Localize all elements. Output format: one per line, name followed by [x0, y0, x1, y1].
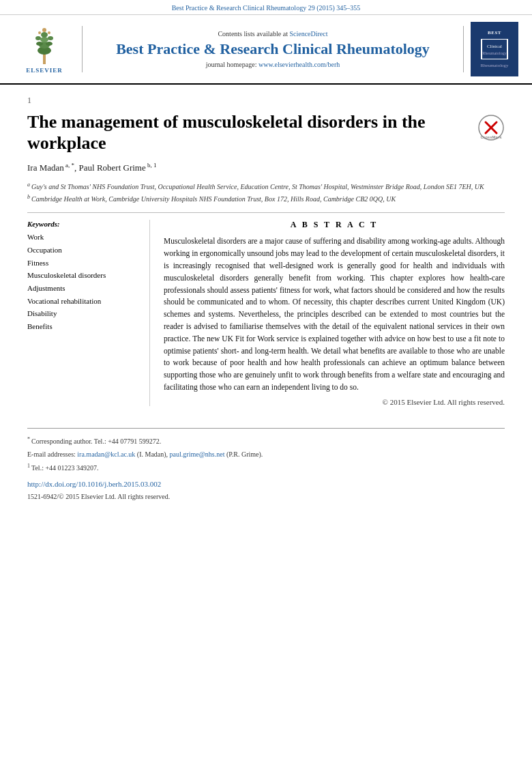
- journal-title-main: Best Practice & Research Clinical Rheuma…: [93, 40, 452, 58]
- keywords-list: Work Occupation Fitness Musculoskeletal …: [27, 231, 140, 333]
- keyword-vocational: Vocational rehabilitation: [27, 295, 140, 308]
- journal-homepage: journal homepage: www.elsevierhealth.com…: [93, 61, 452, 68]
- paper-title-text: The management of musculoskeletal disord…: [27, 111, 471, 154]
- email-2-link[interactable]: paul.grime@nhs.net: [170, 450, 225, 458]
- keywords-column: Keywords: Work Occupation Fitness Muscul…: [27, 220, 150, 406]
- affil-a-text: Guy's and St Thomas' NHS Foundation Trus…: [31, 183, 484, 190]
- svg-point-10: [38, 31, 41, 34]
- elsevier-wordmark: ELSEVIER: [26, 67, 63, 74]
- svg-point-8: [48, 36, 53, 40]
- doi-link[interactable]: http://dx.doi.org/10.1016/j.berh.2015.03…: [27, 478, 505, 491]
- affil-b-text: Cambridge Health at Work, Cambridge Univ…: [31, 195, 396, 203]
- journal-reference-bar: Best Practice & Research Clinical Rheuma…: [0, 0, 532, 15]
- authors-line: Ira Madan a, *, Paul Robert Grime b, 1: [27, 162, 505, 173]
- keywords-title: Keywords:: [27, 220, 140, 228]
- sciencedirect-link[interactable]: ScienceDirect: [289, 30, 327, 38]
- keyword-occupation: Occupation: [27, 244, 140, 257]
- footnotes-section: * Corresponding author. Tel.: +44 07791 …: [27, 428, 505, 502]
- svg-point-7: [35, 36, 41, 40]
- affiliation-a: a Guy's and St Thomas' NHS Foundation Tr…: [27, 181, 505, 192]
- svg-point-3: [40, 37, 48, 42]
- svg-text:CrossMark: CrossMark: [480, 135, 502, 139]
- affiliation-b: b Cambridge Health at Work, Cambridge Un…: [27, 193, 505, 204]
- crossmark-logo[interactable]: CrossMark: [477, 114, 505, 141]
- author-a-name: Ira Madan: [27, 163, 64, 173]
- footnote-corresponding: * Corresponding author. Tel.: +44 07791 …: [27, 435, 505, 447]
- svg-point-6: [46, 42, 53, 46]
- email-1-name: (I. Madan),: [137, 450, 170, 458]
- contents-prefix: Contents lists available at: [218, 30, 289, 38]
- footnote-1-text: Tel.: +44 01223 349207.: [31, 465, 99, 472]
- keyword-disability: Disability: [27, 307, 140, 320]
- journal-badge: BEST Clinical Rheumatology Rheumatology: [471, 22, 518, 76]
- page-number: 1: [27, 96, 505, 106]
- abstract-column: A B S T R A C T Musculoskeletal disorder…: [164, 220, 505, 406]
- svg-rect-12: [482, 40, 507, 59]
- badge-subtitle: Rheumatology: [480, 63, 508, 68]
- svg-text:Clinical: Clinical: [487, 44, 502, 49]
- author-a-sup: a, *: [64, 162, 74, 169]
- homepage-url[interactable]: www.elsevierhealth.com/berh: [258, 61, 340, 68]
- elsevier-tree-icon: [20, 25, 68, 66]
- svg-point-9: [42, 28, 46, 32]
- footnote-corresponding-text: Corresponding author. Tel.: +44 07791 59…: [31, 438, 161, 445]
- email-2-name: (P.R. Grime).: [226, 450, 263, 458]
- affiliations-block: a Guy's and St Thomas' NHS Foundation Tr…: [27, 181, 505, 214]
- svg-point-5: [36, 42, 43, 46]
- keyword-benefits: Benefits: [27, 320, 140, 333]
- homepage-prefix: journal homepage:: [206, 61, 258, 68]
- elsevier-logo: ELSEVIER: [14, 25, 75, 74]
- badge-logo-area: Clinical Rheumatology: [481, 39, 508, 59]
- crossmark-icon: CrossMark: [477, 114, 505, 141]
- contents-line: Contents lists available at ScienceDirec…: [93, 30, 452, 38]
- email-1-link[interactable]: ira.madan@kcl.ac.uk: [77, 450, 135, 458]
- badge-logo-icon: Clinical Rheumatology: [482, 40, 507, 59]
- journal-header: ELSEVIER Contents lists available at Sci…: [0, 15, 532, 85]
- author-b-name: Paul Robert Grime: [79, 163, 146, 173]
- keyword-work: Work: [27, 231, 140, 244]
- footnote-emails: E-mail addresses: ira.madan@kcl.ac.uk (I…: [27, 449, 505, 460]
- main-body: Keywords: Work Occupation Fitness Muscul…: [27, 220, 505, 406]
- email-label: E-mail addresses:: [27, 450, 76, 458]
- badge-best: BEST: [488, 30, 501, 35]
- paper-title-block: The management of musculoskeletal disord…: [27, 111, 505, 154]
- footnote-1: 1 Tel.: +44 01223 349207.: [27, 462, 505, 474]
- journal-title-block: Contents lists available at ScienceDirec…: [82, 26, 464, 72]
- copyright-line: © 2015 Elsevier Ltd. All rights reserved…: [164, 398, 505, 406]
- keyword-fitness: Fitness: [27, 257, 140, 270]
- abstract-title: A B S T R A C T: [164, 220, 505, 230]
- abstract-text: Musculoskeletal disorders are a major ca…: [164, 235, 505, 394]
- issn-line: 1521-6942/© 2015 Elsevier Ltd. All right…: [27, 491, 505, 502]
- svg-text:Rheumatology: Rheumatology: [482, 51, 506, 55]
- keyword-musculoskeletal: Musculoskeletal disorders: [27, 269, 140, 282]
- paper-content: 1 The management of musculoskeletal diso…: [0, 85, 532, 417]
- keyword-adjustments: Adjustments: [27, 282, 140, 295]
- svg-point-11: [48, 31, 50, 34]
- journal-reference-text: Best Practice & Research Clinical Rheuma…: [172, 4, 361, 12]
- author-b-sup: b, 1: [146, 162, 157, 169]
- svg-point-4: [41, 32, 48, 38]
